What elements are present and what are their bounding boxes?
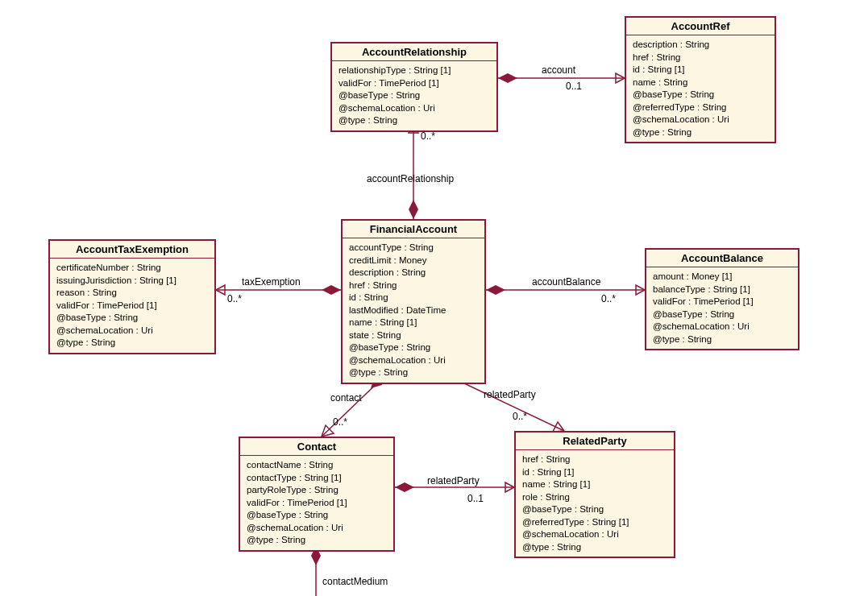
class-account-balance: AccountBalance amount : Money [1] balanc…: [645, 248, 799, 350]
attr: @type : String: [633, 126, 768, 139]
attr: creditLimit : Money: [349, 255, 478, 267]
class-account-tax-exemption: AccountTaxExemption certificateNumber : …: [48, 239, 216, 354]
class-account-relationship: AccountRelationship relationshipType : S…: [330, 42, 498, 132]
attr: contactName : String: [247, 459, 387, 472]
attr: href : String: [349, 279, 478, 292]
class-contact: Contact contactName : String contactType…: [239, 437, 395, 552]
attr: issuingJurisdiction : String [1]: [56, 275, 208, 288]
assoc-accountrel-mult: 0..*: [421, 130, 435, 142]
class-attrs: accountType : String creditLimit : Money…: [343, 238, 484, 383]
class-title: FinancialAccount: [343, 221, 484, 238]
attr: description : String: [633, 39, 768, 52]
class-title: AccountRelationship: [332, 43, 496, 61]
attr: @baseType : String: [338, 89, 490, 102]
assoc-contact-mult: 0..*: [333, 416, 347, 428]
assoc-accountbalance-label: accountBalance: [532, 276, 600, 288]
class-financial-account: FinancialAccount accountType : String cr…: [341, 219, 486, 384]
attr: name : String: [633, 77, 768, 89]
attr: id : String [1]: [633, 64, 768, 77]
attr: @baseType : String: [247, 509, 387, 522]
attr: @baseType : String: [522, 503, 667, 516]
attr: @schemaLocation : Uri: [247, 522, 387, 535]
svg-marker-3: [409, 200, 418, 219]
attr: @referredType : String [1]: [522, 516, 667, 529]
attr: @schemaLocation : Uri: [338, 102, 490, 115]
class-attrs: certificateNumber : String issuingJurisd…: [50, 259, 214, 353]
assoc-taxexemption-label: taxExemption: [242, 276, 301, 288]
attr: name : String [1]: [349, 317, 478, 329]
attr: @baseType : String: [56, 312, 208, 325]
attr: relationshipType : String [1]: [338, 64, 490, 77]
class-attrs: contactName : String contactType : Strin…: [240, 456, 393, 550]
attr: balanceType : String [1]: [653, 284, 791, 296]
attr: contactType : String [1]: [247, 472, 387, 485]
class-attrs: amount : Money [1] balanceType : String …: [646, 267, 798, 349]
class-title: AccountTaxExemption: [50, 241, 214, 259]
attr: name : String [1]: [522, 478, 667, 491]
class-account-ref: AccountRef description : String href : S…: [625, 16, 776, 143]
attr: href : String: [522, 453, 667, 466]
attr: reason : String: [56, 287, 208, 300]
assoc-taxexemption-mult: 0..*: [227, 293, 242, 304]
class-title: RelatedParty: [516, 433, 674, 450]
assoc-accountrel-label: accountRelationship: [367, 173, 454, 184]
attr: @schemaLocation : Uri: [349, 354, 478, 367]
attr: @type : String: [56, 337, 208, 350]
assoc-account-label: account: [542, 64, 575, 76]
attr: lastModified : DateTime: [349, 304, 478, 317]
attr: role : String: [522, 491, 667, 504]
assoc-account-mult: 0..1: [566, 81, 582, 92]
attr: @type : String: [349, 366, 478, 379]
attr: certificateNumber : String: [56, 262, 208, 275]
attr: @schemaLocation : Uri: [633, 114, 768, 126]
attr: validFor : TimePeriod [1]: [338, 77, 490, 90]
attr: @schemaLocation : Uri: [653, 321, 791, 333]
attr: @type : String: [247, 534, 387, 547]
assoc-relatedparty-fa-label: relatedParty: [484, 389, 536, 400]
class-attrs: relationshipType : String [1] validFor :…: [332, 61, 496, 130]
attr: @type : String: [522, 541, 667, 554]
assoc-relatedparty-fa-mult: 0..*: [513, 411, 527, 422]
attr: partyRoleType : String: [247, 484, 387, 497]
assoc-relatedparty-contact-mult: 0..1: [467, 493, 484, 504]
attr: validFor : TimePeriod [1]: [653, 296, 791, 308]
class-attrs: description : String href : String id : …: [626, 35, 775, 142]
attr: id : String: [349, 292, 478, 304]
svg-marker-5: [322, 285, 341, 295]
svg-marker-1: [498, 73, 517, 83]
attr: @baseType : String: [653, 308, 791, 321]
attr: id : String [1]: [522, 466, 667, 479]
assoc-accountbalance-mult: 0..*: [601, 293, 616, 304]
svg-marker-7: [486, 285, 505, 295]
attr: validFor : TimePeriod [1]: [56, 300, 208, 312]
class-related-party: RelatedParty href : String id : String […: [514, 431, 675, 558]
attr: amount : Money [1]: [653, 271, 791, 284]
class-attrs: href : String id : String [1] name : Str…: [516, 450, 674, 557]
attr: @baseType : String: [633, 89, 768, 101]
attr: href : String: [633, 52, 768, 64]
attr: @type : String: [653, 333, 791, 346]
svg-line-8: [322, 375, 385, 437]
attr: @baseType : String: [349, 341, 478, 354]
attr: description : String: [349, 267, 478, 279]
attr: @referredType : String: [633, 101, 768, 114]
class-title: Contact: [240, 438, 393, 456]
attr: @schemaLocation : Uri: [56, 325, 208, 337]
class-title: AccountRef: [626, 18, 775, 35]
class-title: AccountBalance: [646, 250, 798, 267]
attr: @schemaLocation : Uri: [522, 528, 667, 541]
attr: state : String: [349, 329, 478, 342]
assoc-relatedparty-contact-label: relatedParty: [427, 475, 480, 486]
svg-marker-13: [395, 482, 414, 492]
attr: @type : String: [338, 114, 490, 127]
attr: accountType : String: [349, 242, 478, 255]
assoc-contact-label: contact: [330, 392, 362, 404]
attr: validFor : TimePeriod [1]: [247, 497, 387, 510]
assoc-contactmedium-label: contactMedium: [322, 576, 388, 587]
